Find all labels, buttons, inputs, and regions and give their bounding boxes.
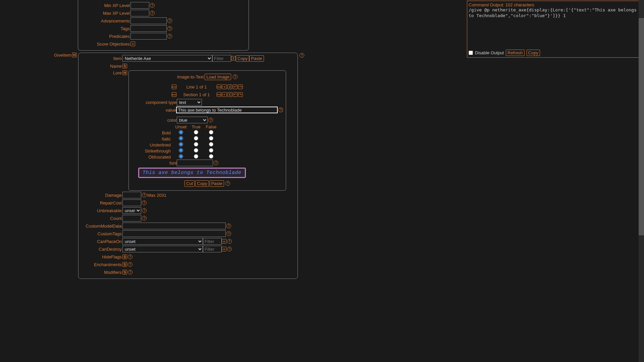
copy-button[interactable]: Copy — [236, 55, 249, 62]
candestroy-filter[interactable] — [203, 246, 222, 252]
min-xp-input[interactable] — [130, 2, 149, 9]
help-icon[interactable]: ? — [142, 193, 147, 197]
cmd-input[interactable] — [122, 223, 226, 229]
italic-false-radio[interactable] — [209, 136, 213, 140]
redo-section-icon[interactable]: ↷ — [238, 92, 243, 97]
obfuscated-label: Obfuscated — [131, 155, 173, 160]
candestroy-select[interactable]: unset — [122, 246, 203, 252]
plus-icon[interactable]: + — [222, 239, 226, 244]
preview-text: This axe belongs to Technoblade — [143, 170, 241, 176]
damage-max: Max 2031 — [147, 193, 166, 198]
bold-false-radio[interactable] — [209, 130, 213, 134]
canplace-select[interactable]: unset — [122, 238, 203, 245]
value-input[interactable] — [176, 107, 278, 113]
damage-input[interactable] — [122, 192, 141, 198]
comp-type-select[interactable]: text — [177, 99, 202, 106]
help-icon[interactable]: ? — [278, 108, 283, 112]
unbreak-select[interactable]: unset — [122, 207, 141, 214]
obf-true-radio[interactable] — [194, 154, 198, 159]
s-button[interactable]: S — [122, 254, 127, 259]
font-input[interactable] — [177, 160, 213, 166]
help-icon[interactable]: ? — [150, 11, 155, 15]
help-icon[interactable]: ? — [150, 3, 155, 8]
help-icon[interactable]: ? — [225, 181, 230, 186]
help-icon[interactable]: ? — [300, 53, 304, 58]
bold-unset-radio[interactable] — [179, 130, 183, 134]
strike-unset-radio[interactable] — [179, 148, 183, 153]
delete-line-icon[interactable]: X — [227, 84, 232, 89]
italic-unset-radio[interactable] — [179, 136, 183, 140]
add-section-icon[interactable]: + — [222, 92, 227, 97]
x-button[interactable]: X — [231, 56, 236, 61]
undo-section-icon[interactable]: ↶ — [233, 92, 237, 97]
refresh-button[interactable]: Refresh — [506, 50, 525, 56]
paste-button[interactable]: Paste — [210, 180, 224, 187]
help-icon[interactable]: ? — [227, 247, 232, 251]
undo-icon[interactable]: ↶ — [233, 84, 237, 89]
help-icon[interactable]: ? — [167, 34, 172, 39]
help-icon[interactable]: ? — [128, 254, 132, 259]
copy-output-button[interactable]: Copy — [527, 50, 540, 56]
item-filter-input[interactable] — [212, 55, 231, 62]
help-icon[interactable]: ? — [233, 74, 237, 79]
bold-true-radio[interactable] — [194, 130, 198, 134]
underlined-true-radio[interactable] — [194, 142, 198, 146]
obf-unset-radio[interactable] — [179, 154, 183, 159]
output-command: /give @p netherite_axe{display:{Lore:['{… — [469, 7, 642, 19]
add-line-icon[interactable]: + — [222, 84, 227, 89]
help-icon[interactable]: ? — [142, 200, 147, 205]
underlined-unset-radio[interactable] — [179, 142, 183, 146]
max-xp-input[interactable] — [130, 10, 149, 16]
disable-output-checkbox[interactable] — [469, 51, 473, 55]
repair-input[interactable] — [122, 199, 141, 206]
scrollbar[interactable] — [639, 0, 644, 281]
italic-true-radio[interactable] — [194, 136, 198, 140]
obf-false-radio[interactable] — [209, 154, 213, 159]
prev-line-icon[interactable]: ⟸ — [172, 84, 176, 89]
underlined-false-radio[interactable] — [209, 142, 213, 146]
help-icon[interactable]: ? — [208, 118, 213, 122]
cut-button[interactable]: Cut — [184, 180, 195, 187]
strike-false-radio[interactable] — [209, 148, 213, 153]
customtags-input[interactable] — [122, 230, 226, 237]
canplace-filter[interactable] — [203, 238, 222, 245]
hideflags-label: HideFlags — [80, 254, 122, 259]
help-icon[interactable]: ? — [142, 208, 147, 213]
candestroy-label: CanDestroy — [80, 247, 122, 252]
strike-true-radio[interactable] — [194, 148, 198, 153]
customtags-label: CustomTags — [80, 231, 122, 236]
help-icon[interactable]: ? — [142, 216, 147, 221]
help-icon[interactable]: ? — [214, 161, 218, 165]
s-button[interactable]: S — [122, 270, 127, 275]
plus-icon[interactable]: + — [130, 42, 135, 46]
redo-icon[interactable]: ↷ — [238, 84, 243, 89]
help-icon[interactable]: ? — [226, 231, 231, 236]
strikethrough-label: Strikethrough — [131, 148, 173, 154]
copy-button[interactable]: Copy — [195, 180, 209, 187]
comp-type-label: component type — [131, 100, 177, 105]
predicates-input[interactable] — [130, 33, 167, 40]
paste-button[interactable]: Paste — [249, 55, 264, 62]
delete-section-icon[interactable]: X — [227, 92, 232, 97]
color-select[interactable]: blue — [177, 117, 208, 123]
help-icon[interactable]: ? — [227, 239, 232, 244]
help-icon[interactable]: ? — [128, 270, 132, 275]
tags-input[interactable] — [130, 25, 167, 32]
h-button[interactable]: H — [122, 70, 127, 75]
plus-icon[interactable]: + — [222, 247, 226, 251]
next-section-icon[interactable]: ⟹ — [217, 92, 221, 97]
load-image-button[interactable]: Load Image — [205, 74, 231, 80]
help-icon[interactable]: ? — [167, 18, 172, 23]
help-icon[interactable]: ? — [226, 224, 231, 228]
item-select[interactable]: Netherite Axe — [122, 55, 212, 62]
h-button[interactable]: H — [72, 53, 77, 57]
advancements-input[interactable] — [130, 17, 167, 24]
s-button[interactable]: S — [122, 262, 127, 267]
help-icon[interactable]: ? — [167, 26, 172, 31]
count-input[interactable] — [122, 215, 141, 222]
next-line-icon[interactable]: ⟹ — [217, 84, 221, 89]
scrollbar-thumb[interactable] — [639, 18, 644, 235]
help-icon[interactable]: ? — [128, 262, 132, 267]
prev-section-icon[interactable]: ⟸ — [172, 92, 176, 97]
s-button[interactable]: S — [122, 64, 127, 68]
